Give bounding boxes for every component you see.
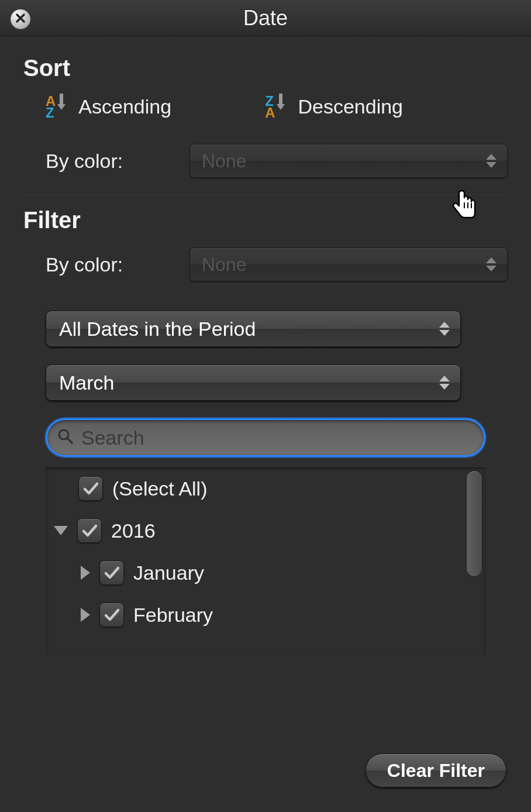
sort-heading: Sort — [23, 55, 508, 81]
filter-by-color-value: None — [202, 254, 247, 276]
filter-period-value: All Dates in the Period — [59, 318, 256, 340]
sort-options: AZ Ascending ZA Descending — [23, 95, 508, 118]
filter-period-dropdown[interactable]: All Dates in the Period — [46, 311, 461, 347]
sort-ascending-label: Ascending — [78, 95, 171, 118]
filter-by-color-label: By color: — [46, 253, 174, 276]
search-icon — [57, 428, 74, 447]
tree-year-label: 2016 — [111, 519, 156, 542]
clear-filter-label: Clear Filter — [387, 760, 485, 782]
checkbox-month[interactable] — [99, 560, 124, 585]
filter-by-color-row: By color: None — [23, 247, 508, 281]
clear-filter-button[interactable]: Clear Filter — [366, 753, 506, 787]
disclosure-open-icon[interactable] — [54, 526, 68, 535]
section-divider — [23, 193, 508, 194]
filter-heading: Filter — [23, 207, 508, 233]
sort-by-color-dropdown[interactable]: None — [189, 144, 508, 178]
filter-month-dropdown[interactable]: March — [46, 364, 461, 401]
svg-line-1 — [67, 438, 72, 443]
tree-select-all-row[interactable]: (Select All) — [46, 467, 485, 510]
filter-month-value: March — [59, 371, 114, 394]
tree-month-row[interactable]: January — [46, 552, 485, 594]
sort-ascending-icon: AZ — [46, 95, 65, 118]
filter-values-tree: (Select All) 2016 January February — [46, 467, 485, 655]
checkbox-year[interactable] — [77, 518, 102, 543]
sort-by-color-label: By color: — [46, 150, 174, 173]
tree-select-all-label: (Select All) — [112, 477, 208, 500]
title-bar: Date — [0, 0, 531, 36]
disclosure-closed-icon[interactable] — [81, 608, 90, 622]
filter-by-color-dropdown[interactable]: None — [189, 247, 508, 281]
close-icon — [15, 12, 26, 26]
dropdown-arrows-icon — [486, 154, 496, 168]
search-input[interactable] — [46, 418, 485, 457]
checkbox-select-all[interactable] — [78, 476, 103, 501]
close-button[interactable] — [11, 9, 30, 29]
search-field-wrap — [46, 418, 485, 457]
sort-descending-option[interactable]: ZA Descending — [265, 95, 403, 118]
sort-by-color-value: None — [202, 150, 247, 172]
sort-descending-icon: ZA — [265, 95, 285, 118]
sort-by-color-row: By color: None — [23, 144, 508, 178]
disclosure-closed-icon[interactable] — [81, 566, 90, 580]
dialog-content: Sort AZ Ascending ZA Descending By color… — [0, 36, 531, 655]
dropdown-arrows-icon — [486, 257, 496, 271]
tree-month-label: February — [133, 604, 213, 627]
tree-month-label: January — [133, 562, 204, 584]
dropdown-arrows-icon — [439, 376, 450, 390]
tree-year-row[interactable]: 2016 — [46, 510, 485, 552]
sort-descending-label: Descending — [298, 95, 403, 118]
scrollbar-thumb[interactable] — [467, 471, 482, 576]
dropdown-arrows-icon — [439, 322, 450, 336]
checkbox-month[interactable] — [99, 603, 124, 627]
dialog-title: Date — [243, 6, 288, 30]
sort-ascending-option[interactable]: AZ Ascending — [46, 95, 171, 118]
tree-month-row[interactable]: February — [46, 594, 485, 636]
